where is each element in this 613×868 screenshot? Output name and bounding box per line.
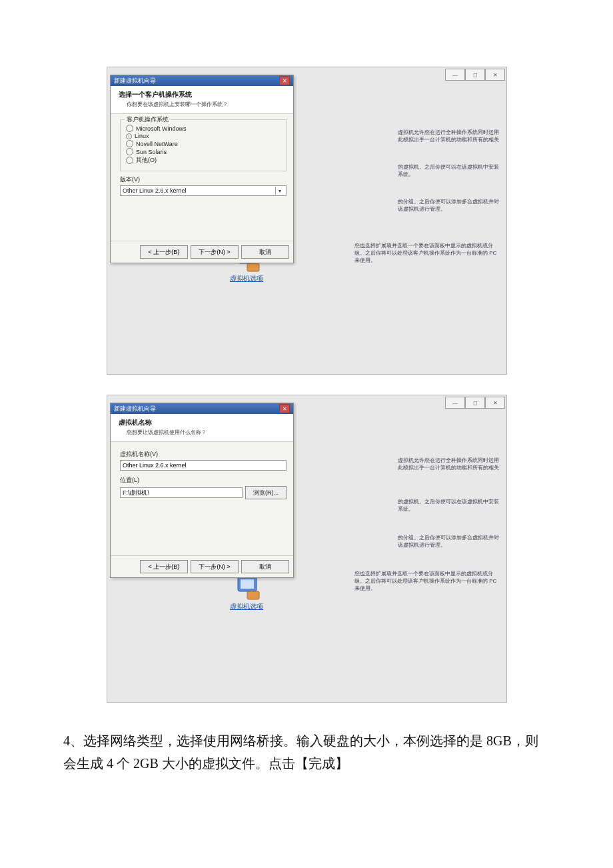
svg-rect-4 xyxy=(241,579,254,589)
wizard-body: 虚拟机名称(V) 位置(L) 浏览(R)... xyxy=(111,442,293,555)
maximize-button[interactable]: ◻ xyxy=(465,397,485,409)
next-button[interactable]: 下一步(N) > xyxy=(191,245,239,259)
wizard-title-text: 新建虚拟机向导 xyxy=(114,77,156,85)
vm-name-input[interactable] xyxy=(120,460,287,471)
wizard-close-icon[interactable]: ✕ xyxy=(279,404,290,413)
minimize-button[interactable]: — xyxy=(445,69,465,81)
window-controls: — ◻ ✕ xyxy=(445,69,505,81)
guest-os-group: 客户机操作系统 Microsoft Windows Linux Novell N… xyxy=(120,119,287,171)
version-select[interactable]: Other Linux 2.6.x kernel ▼ xyxy=(120,185,287,196)
side-hint-1: 虚拟机允许您在运行全种操作系统同时运用此模拟出手一台计算机的功能和所有的相关 xyxy=(398,129,501,143)
version-value: Other Linux 2.6.x kernel xyxy=(123,187,187,194)
workstation-link[interactable]: 虚拟机选项 xyxy=(230,274,263,283)
close-button[interactable]: ✕ xyxy=(485,69,505,81)
guest-os-legend: 客户机操作系统 xyxy=(125,115,171,124)
side-hint-3: 的分组。之后你便可以添加多台虚拟机并对该虚拟机进行管理。 xyxy=(398,198,501,213)
side-hint-1: 虚拟机允许您在运行全种操作系统同时运用此模拟出手一台计算机的功能和所有的相关 xyxy=(398,457,501,471)
browse-button[interactable]: 浏览(R)... xyxy=(245,486,287,499)
wizard-footer: < 上一步(B) 下一步(N) > 取消 xyxy=(111,241,293,263)
wizard-heading: 虚拟机名称 xyxy=(119,418,287,427)
side-hint-4: 您也选择扩展项并选取一个要在该面板中显示的虚拟机或分组。之后你将可以处理该客户机… xyxy=(354,570,501,592)
radio-windows[interactable]: Microsoft Windows xyxy=(126,125,281,132)
back-button[interactable]: < 上一步(B) xyxy=(140,245,188,259)
vmware-window-1: — ◻ ✕ 虚拟机允许您在运行全种操作系统同时运用此模拟出手一台计算机的功能和所… xyxy=(107,67,507,375)
svg-rect-5 xyxy=(247,591,259,599)
wizard-title-text: 新建虚拟机向导 xyxy=(114,405,156,413)
wizard-subheading: 你想要在该虚拟机上安装哪一个操作系统？ xyxy=(127,101,287,108)
cancel-button[interactable]: 取消 xyxy=(241,245,289,259)
maximize-button[interactable]: ◻ xyxy=(465,69,485,81)
vm-name-label: 虚拟机名称(V) xyxy=(120,450,287,459)
radio-solaris[interactable]: Sun Solaris xyxy=(126,148,281,155)
minimize-button[interactable]: — xyxy=(445,397,465,409)
side-hint-4: 您也选择扩展项并选取一个要在该面板中显示的虚拟机或分组。之后你将可以处理该客户机… xyxy=(354,242,501,264)
radio-novell[interactable]: Novell NetWare xyxy=(126,140,281,147)
document-caption: 4、选择网络类型，选择使用网络桥接。输入硬盘的大小，本例选择的是 8GB，则会生… xyxy=(0,703,613,801)
close-button[interactable]: ✕ xyxy=(485,397,505,409)
vm-location-input[interactable] xyxy=(120,487,243,498)
svg-rect-2 xyxy=(247,263,259,271)
vmware-window-2: — ◻ ✕ 虚拟机允许您在运行全种操作系统同时运用此模拟出手一台计算机的功能和所… xyxy=(107,395,507,703)
cancel-button[interactable]: 取消 xyxy=(241,560,289,573)
next-button[interactable]: 下一步(N) > xyxy=(191,560,239,573)
wizard-header: 虚拟机名称 您想要让该虚拟机使用什么名称？ xyxy=(111,414,293,442)
wizard-close-icon[interactable]: ✕ xyxy=(279,76,290,85)
window-controls: — ◻ ✕ xyxy=(445,397,505,409)
wizard-subheading: 您想要让该虚拟机使用什么名称？ xyxy=(127,429,287,436)
workstation-link[interactable]: 虚拟机选项 xyxy=(230,602,263,611)
wizard-titlebar: 新建虚拟机向导 ✕ xyxy=(111,403,293,414)
radio-linux[interactable]: Linux xyxy=(126,133,281,139)
back-button[interactable]: < 上一步(B) xyxy=(140,560,188,573)
wizard-titlebar: 新建虚拟机向导 ✕ xyxy=(111,75,293,86)
wizard-dialog-name: 新建虚拟机向导 ✕ 虚拟机名称 您想要让该虚拟机使用什么名称？ 虚拟机名称(V)… xyxy=(110,403,294,578)
wizard-footer: < 上一步(B) 下一步(N) > 取消 xyxy=(111,555,293,577)
side-hint-2: 的虚拟机。之后你便可以在该虚拟机中安装系统。 xyxy=(398,163,501,178)
side-hint-3: 的分组。之后你便可以添加多台虚拟机并对该虚拟机进行管理。 xyxy=(398,534,501,549)
wizard-heading: 选择一个客户机操作系统 xyxy=(119,90,287,99)
wizard-header: 选择一个客户机操作系统 你想要在该虚拟机上安装哪一个操作系统？ xyxy=(111,86,293,114)
chevron-down-icon: ▼ xyxy=(275,187,284,195)
wizard-body: 客户机操作系统 Microsoft Windows Linux Novell N… xyxy=(111,114,293,241)
radio-other[interactable]: 其他(O) xyxy=(126,156,281,165)
version-label: 版本(V) xyxy=(120,175,287,184)
side-hint-2: 的虚拟机。之后你便可以在该虚拟机中安装系统。 xyxy=(398,498,501,513)
wizard-dialog-os: 新建虚拟机向导 ✕ 选择一个客户机操作系统 你想要在该虚拟机上安装哪一个操作系统… xyxy=(110,75,294,263)
vm-location-label: 位置(L) xyxy=(120,476,287,485)
